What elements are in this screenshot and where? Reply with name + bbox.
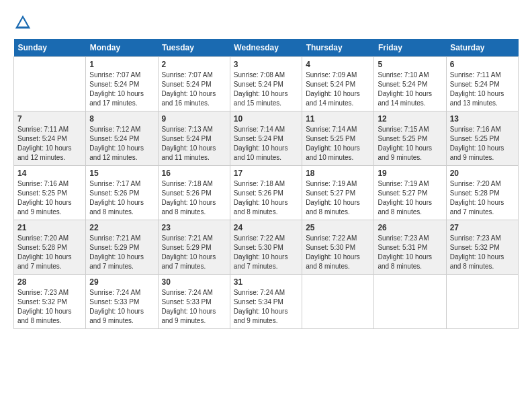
calendar-cell: 27Sunrise: 7:23 AMSunset: 5:32 PMDayligh… <box>446 220 518 275</box>
calendar-cell: 22Sunrise: 7:21 AMSunset: 5:29 PMDayligh… <box>86 220 158 275</box>
day-info: Sunrise: 7:18 AMSunset: 5:26 PMDaylight:… <box>234 179 298 217</box>
calendar-cell: 14Sunrise: 7:16 AMSunset: 5:25 PMDayligh… <box>14 166 86 220</box>
calendar-cell: 1Sunrise: 7:07 AMSunset: 5:24 PMDaylight… <box>86 57 158 111</box>
calendar-cell: 3Sunrise: 7:08 AMSunset: 5:24 PMDaylight… <box>230 57 302 111</box>
header-cell-thursday: Thursday <box>302 39 374 57</box>
day-number: 19 <box>378 169 442 178</box>
calendar-cell <box>374 275 446 329</box>
day-info: Sunrise: 7:14 AMSunset: 5:24 PMDaylight:… <box>234 125 298 163</box>
day-info: Sunrise: 7:09 AMSunset: 5:24 PMDaylight:… <box>306 71 370 108</box>
day-number: 3 <box>234 60 298 69</box>
calendar-cell: 20Sunrise: 7:20 AMSunset: 5:28 PMDayligh… <box>446 166 518 220</box>
header-cell-monday: Monday <box>86 39 158 57</box>
day-info: Sunrise: 7:21 AMSunset: 5:29 PMDaylight:… <box>162 234 226 271</box>
day-number: 15 <box>89 169 154 178</box>
day-number: 1 <box>89 60 154 69</box>
day-info: Sunrise: 7:08 AMSunset: 5:24 PMDaylight:… <box>234 71 298 108</box>
calendar-cell: 18Sunrise: 7:19 AMSunset: 5:27 PMDayligh… <box>302 166 374 220</box>
calendar-cell: 23Sunrise: 7:21 AMSunset: 5:29 PMDayligh… <box>158 220 230 275</box>
calendar-cell: 28Sunrise: 7:23 AMSunset: 5:32 PMDayligh… <box>14 275 86 329</box>
day-number: 20 <box>450 169 515 178</box>
header-cell-tuesday: Tuesday <box>158 39 230 57</box>
header-row: SundayMondayTuesdayWednesdayThursdayFrid… <box>14 39 519 57</box>
calendar-cell: 15Sunrise: 7:17 AMSunset: 5:26 PMDayligh… <box>86 166 158 220</box>
calendar-cell: 26Sunrise: 7:23 AMSunset: 5:31 PMDayligh… <box>374 220 446 275</box>
day-number: 25 <box>306 223 370 232</box>
day-info: Sunrise: 7:24 AMSunset: 5:33 PMDaylight:… <box>162 288 226 326</box>
day-info: Sunrise: 7:15 AMSunset: 5:25 PMDaylight:… <box>378 125 442 163</box>
day-info: Sunrise: 7:17 AMSunset: 5:26 PMDaylight:… <box>89 179 154 217</box>
day-info: Sunrise: 7:16 AMSunset: 5:25 PMDaylight:… <box>17 179 82 217</box>
day-number: 13 <box>450 114 515 124</box>
calendar-cell: 7Sunrise: 7:11 AMSunset: 5:24 PMDaylight… <box>14 111 86 166</box>
day-number: 16 <box>162 169 226 178</box>
day-info: Sunrise: 7:20 AMSunset: 5:28 PMDaylight:… <box>17 234 82 271</box>
day-number: 11 <box>306 114 370 124</box>
day-number: 22 <box>89 223 154 232</box>
day-info: Sunrise: 7:20 AMSunset: 5:28 PMDaylight:… <box>450 179 515 217</box>
day-number: 31 <box>234 277 298 287</box>
calendar-cell: 21Sunrise: 7:20 AMSunset: 5:28 PMDayligh… <box>14 220 86 275</box>
header-cell-friday: Friday <box>374 39 446 57</box>
day-info: Sunrise: 7:22 AMSunset: 5:30 PMDaylight:… <box>234 234 298 271</box>
day-number: 24 <box>234 223 298 232</box>
day-number: 10 <box>234 114 298 124</box>
header-cell-saturday: Saturday <box>446 39 518 57</box>
calendar-cell: 6Sunrise: 7:11 AMSunset: 5:24 PMDaylight… <box>446 57 518 111</box>
day-info: Sunrise: 7:21 AMSunset: 5:29 PMDaylight:… <box>89 234 154 271</box>
day-number: 7 <box>17 114 82 124</box>
day-info: Sunrise: 7:23 AMSunset: 5:32 PMDaylight:… <box>17 288 82 326</box>
day-number: 12 <box>378 114 442 124</box>
week-row-5: 28Sunrise: 7:23 AMSunset: 5:32 PMDayligh… <box>14 275 519 329</box>
day-number: 6 <box>450 60 515 69</box>
calendar-cell: 16Sunrise: 7:18 AMSunset: 5:26 PMDayligh… <box>158 166 230 220</box>
day-info: Sunrise: 7:16 AMSunset: 5:25 PMDaylight:… <box>450 125 515 163</box>
day-number: 2 <box>162 60 226 69</box>
calendar-cell: 17Sunrise: 7:18 AMSunset: 5:26 PMDayligh… <box>230 166 302 220</box>
week-row-3: 14Sunrise: 7:16 AMSunset: 5:25 PMDayligh… <box>14 166 519 220</box>
calendar: SundayMondayTuesdayWednesdayThursdayFrid… <box>13 39 519 329</box>
day-number: 27 <box>450 223 515 232</box>
calendar-cell: 10Sunrise: 7:14 AMSunset: 5:24 PMDayligh… <box>230 111 302 166</box>
week-row-1: 1Sunrise: 7:07 AMSunset: 5:24 PMDaylight… <box>14 57 519 111</box>
day-number: 28 <box>17 277 82 287</box>
day-number: 29 <box>89 277 154 287</box>
calendar-cell: 12Sunrise: 7:15 AMSunset: 5:25 PMDayligh… <box>374 111 446 166</box>
page-header <box>13 13 519 32</box>
header-cell-wednesday: Wednesday <box>230 39 302 57</box>
day-info: Sunrise: 7:13 AMSunset: 5:24 PMDaylight:… <box>162 125 226 163</box>
day-number: 23 <box>162 223 226 232</box>
day-info: Sunrise: 7:19 AMSunset: 5:27 PMDaylight:… <box>378 179 442 217</box>
day-info: Sunrise: 7:12 AMSunset: 5:24 PMDaylight:… <box>89 125 154 163</box>
calendar-cell: 11Sunrise: 7:14 AMSunset: 5:25 PMDayligh… <box>302 111 374 166</box>
calendar-cell: 25Sunrise: 7:22 AMSunset: 5:30 PMDayligh… <box>302 220 374 275</box>
day-number: 4 <box>306 60 370 69</box>
calendar-cell: 24Sunrise: 7:22 AMSunset: 5:30 PMDayligh… <box>230 220 302 275</box>
day-info: Sunrise: 7:07 AMSunset: 5:24 PMDaylight:… <box>162 71 226 108</box>
calendar-cell <box>302 275 374 329</box>
calendar-cell: 9Sunrise: 7:13 AMSunset: 5:24 PMDaylight… <box>158 111 230 166</box>
day-number: 30 <box>162 277 226 287</box>
calendar-cell: 29Sunrise: 7:24 AMSunset: 5:33 PMDayligh… <box>86 275 158 329</box>
day-number: 17 <box>234 169 298 178</box>
calendar-cell: 5Sunrise: 7:10 AMSunset: 5:24 PMDaylight… <box>374 57 446 111</box>
day-number: 18 <box>306 169 370 178</box>
calendar-cell: 13Sunrise: 7:16 AMSunset: 5:25 PMDayligh… <box>446 111 518 166</box>
day-info: Sunrise: 7:22 AMSunset: 5:30 PMDaylight:… <box>306 234 370 271</box>
calendar-cell <box>446 275 518 329</box>
day-number: 21 <box>17 223 82 232</box>
calendar-cell: 8Sunrise: 7:12 AMSunset: 5:24 PMDaylight… <box>86 111 158 166</box>
logo <box>13 13 35 32</box>
week-row-2: 7Sunrise: 7:11 AMSunset: 5:24 PMDaylight… <box>14 111 519 166</box>
day-info: Sunrise: 7:10 AMSunset: 5:24 PMDaylight:… <box>378 71 442 108</box>
day-info: Sunrise: 7:14 AMSunset: 5:25 PMDaylight:… <box>306 125 370 163</box>
day-info: Sunrise: 7:18 AMSunset: 5:26 PMDaylight:… <box>162 179 226 217</box>
calendar-cell: 4Sunrise: 7:09 AMSunset: 5:24 PMDaylight… <box>302 57 374 111</box>
calendar-cell: 19Sunrise: 7:19 AMSunset: 5:27 PMDayligh… <box>374 166 446 220</box>
week-row-4: 21Sunrise: 7:20 AMSunset: 5:28 PMDayligh… <box>14 220 519 275</box>
calendar-cell: 31Sunrise: 7:24 AMSunset: 5:34 PMDayligh… <box>230 275 302 329</box>
day-info: Sunrise: 7:23 AMSunset: 5:31 PMDaylight:… <box>378 234 442 271</box>
header-cell-sunday: Sunday <box>14 39 86 57</box>
day-number: 14 <box>17 169 82 178</box>
logo-icon <box>13 13 32 32</box>
